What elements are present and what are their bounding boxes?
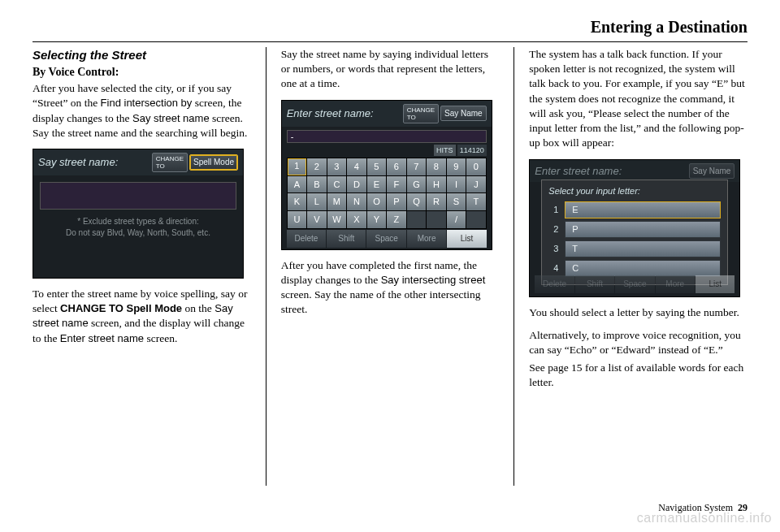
- para: To enter the street name by voice spelli…: [32, 287, 251, 346]
- key-s[interactable]: S: [447, 193, 466, 210]
- column-3: The system has a talk back function. If …: [529, 47, 748, 486]
- para: You should select a letter by saying the…: [529, 305, 748, 320]
- key-7[interactable]: 7: [407, 158, 427, 175]
- hint-line: Do not say Blvd, Way, North, South, etc.: [40, 227, 236, 239]
- key-9[interactable]: 9: [447, 158, 466, 175]
- para: The system has a talk back function. If …: [529, 47, 748, 151]
- para: After you have completed the first name,…: [281, 258, 500, 318]
- key-1[interactable]: 1: [288, 158, 307, 175]
- ui-term: Say intersecting street: [381, 274, 486, 286]
- para: See page 15 for a list of available word…: [529, 361, 748, 390]
- key-y[interactable]: Y: [367, 211, 387, 228]
- popup-row[interactable]: 1E: [548, 201, 721, 218]
- key-j[interactable]: J: [466, 176, 486, 193]
- column-separator: [266, 47, 266, 486]
- key-blank: [466, 211, 486, 228]
- space-button[interactable]: Space: [366, 230, 405, 248]
- key-f[interactable]: F: [387, 176, 406, 193]
- popup-row[interactable]: 2P: [548, 221, 721, 238]
- column-2: Say the street name by saying individual…: [281, 47, 500, 486]
- column-1: Selecting the Street By Voice Control: A…: [32, 47, 251, 486]
- key-b[interactable]: B: [307, 176, 327, 193]
- popup-row-number: 4: [548, 262, 558, 275]
- popup-row[interactable]: 3T: [548, 240, 721, 257]
- key-8[interactable]: 8: [427, 158, 446, 175]
- key-o[interactable]: O: [367, 193, 387, 210]
- spell-mode-button[interactable]: Spell Mode: [189, 154, 238, 171]
- popup-row-number: 1: [548, 204, 558, 216]
- list-button: List: [696, 275, 734, 293]
- key-l[interactable]: L: [307, 193, 327, 210]
- popup-row-number: 2: [548, 223, 558, 236]
- key-5[interactable]: 5: [367, 158, 387, 175]
- say-name-button: Say Name: [689, 163, 735, 179]
- street-input[interactable]: -: [287, 130, 487, 143]
- ui-term-bold: CHANGE TO Spell Mode: [60, 302, 182, 314]
- key-n[interactable]: N: [347, 193, 366, 210]
- more-button[interactable]: More: [407, 230, 446, 248]
- ui-term: Find intersection by: [101, 97, 193, 109]
- shift-button[interactable]: Shift: [327, 230, 366, 248]
- space-button: Space: [615, 275, 654, 293]
- list-button[interactable]: List: [447, 230, 486, 248]
- key-x[interactable]: X: [347, 211, 366, 228]
- popup-title: Select your input letter:: [548, 185, 721, 197]
- key-c[interactable]: C: [327, 176, 347, 193]
- key-v[interactable]: V: [307, 211, 327, 228]
- keyboard: 1234567890ABCDEFGHIJKLMNOPQRSTUVWXYZ/: [287, 158, 487, 229]
- shot-bg-title: Enter street name:: [535, 164, 688, 179]
- key-blank: [427, 211, 446, 228]
- key-u[interactable]: U: [288, 211, 307, 228]
- screenshot-say-street-name: Say street name: CHANGE TO Spell Mode * …: [32, 149, 244, 279]
- watermark: carmanualsonline.info: [637, 509, 772, 527]
- key-p[interactable]: P: [387, 193, 406, 210]
- popup-row-value: T: [565, 240, 721, 257]
- popup-row-value: C: [565, 260, 721, 277]
- street-input[interactable]: [40, 182, 236, 210]
- text: on the: [182, 302, 214, 314]
- key-g[interactable]: G: [407, 176, 427, 193]
- para: Say the street name by saying individual…: [281, 47, 500, 92]
- key-3[interactable]: 3: [327, 158, 347, 175]
- text: screen. Say the name of the other inters…: [281, 288, 481, 315]
- key-z[interactable]: Z: [387, 211, 406, 228]
- hint-line: * Exclude street types & direction:: [40, 216, 236, 227]
- key-h[interactable]: H: [427, 176, 446, 193]
- key-k[interactable]: K: [288, 193, 307, 210]
- shot-title: Enter street name:: [287, 106, 403, 121]
- key-4[interactable]: 4: [347, 158, 366, 175]
- para: Alternatively, to improve voice recognit…: [529, 328, 748, 357]
- column-separator: [514, 47, 514, 486]
- key-r[interactable]: R: [427, 193, 446, 210]
- delete-button[interactable]: Delete: [287, 230, 326, 248]
- section-title: Selecting the Street: [32, 47, 251, 63]
- popup-row-value: E: [565, 201, 721, 218]
- key-a[interactable]: A: [288, 176, 307, 193]
- key-i[interactable]: I: [447, 176, 466, 193]
- rule: [32, 41, 748, 42]
- hits-value: 114120: [457, 145, 487, 156]
- hint-text: * Exclude street types & direction: Do n…: [40, 216, 236, 239]
- key-6[interactable]: 6: [387, 158, 406, 175]
- popup-row[interactable]: 4C: [548, 260, 721, 277]
- key-2[interactable]: 2: [307, 158, 327, 175]
- key-/[interactable]: /: [447, 211, 466, 228]
- key-d[interactable]: D: [347, 176, 366, 193]
- subhead-voice-control: By Voice Control:: [32, 65, 251, 80]
- keyboard-bottom-row: DeleteShiftSpaceMoreList: [535, 275, 734, 293]
- key-m[interactable]: M: [327, 193, 347, 210]
- key-t[interactable]: T: [466, 193, 486, 210]
- key-0[interactable]: 0: [466, 158, 486, 175]
- change-to-label: CHANGE TO: [152, 153, 188, 172]
- keyboard-bottom-row: DeleteShiftSpaceMoreList: [287, 230, 487, 248]
- shift-button: Shift: [575, 275, 614, 293]
- delete-button: Delete: [535, 275, 574, 293]
- para: After you have selected the city, or if …: [32, 81, 251, 141]
- input-letter-popup: Select your input letter: 1E2P3T4C: [541, 179, 728, 285]
- ui-term: Enter street name: [60, 332, 144, 344]
- say-name-button[interactable]: Say Name: [440, 106, 487, 122]
- key-e[interactable]: E: [367, 176, 387, 193]
- more-button: More: [656, 275, 695, 293]
- key-q[interactable]: Q: [407, 193, 427, 210]
- key-w[interactable]: W: [327, 211, 347, 228]
